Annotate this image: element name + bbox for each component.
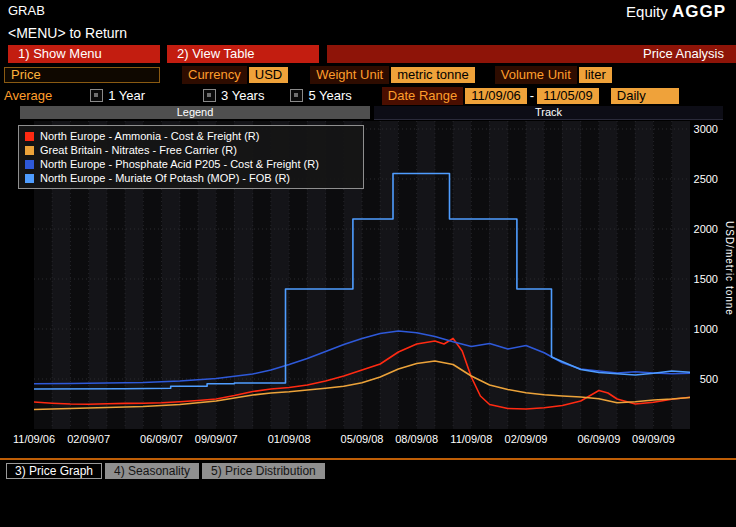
ticker-label: AGGP [672, 2, 726, 21]
bloomberg-terminal-window: GRAB Equity AGGP <MENU> to Return 1) Sho… [0, 0, 736, 527]
volume-unit-field[interactable]: liter [579, 67, 612, 83]
legend-swatch [25, 174, 34, 183]
equity-label: Equity [626, 3, 668, 20]
checkbox-icon [290, 89, 303, 102]
bottom-separator [0, 458, 736, 460]
view-table-button[interactable]: 2) View Table [167, 45, 319, 63]
range-controls-row: Average 1 Year 3 Years 5 Years Date Rang… [0, 87, 736, 104]
legend-swatch [25, 132, 34, 141]
menu-bar: 1) Show Menu 2) View Table Price Analysi… [0, 45, 736, 63]
period-label: 1 Year [108, 88, 145, 103]
tab-seasonality[interactable]: 4) Seasonality [105, 463, 199, 479]
checkbox-icon [203, 89, 216, 102]
tab-legend[interactable]: Legend [20, 106, 370, 119]
panel-tabs: Legend Track [0, 106, 736, 119]
period-checkbox-5-years[interactable]: 5 Years [290, 88, 351, 103]
bottom-tabs: 3) Price Graph 4) Seasonality 5) Price D… [6, 463, 328, 479]
show-menu-button[interactable]: 1) Show Menu [8, 45, 160, 63]
currency-label: Currency [182, 66, 247, 84]
price-dropdown[interactable]: Price [4, 67, 160, 83]
tab-price-graph[interactable]: 3) Price Graph [6, 463, 102, 479]
page-title: Price Analysis [327, 45, 736, 63]
date-from-field[interactable]: 11/09/06 [465, 88, 527, 104]
date-separator: - [530, 88, 534, 103]
period-label: 3 Years [221, 88, 264, 103]
legend-item: Great Britain - Nitrates - Free Carrier … [25, 143, 357, 157]
date-to-field[interactable]: 11/05/09 [537, 88, 599, 104]
legend-label: Great Britain - Nitrates - Free Carrier … [40, 144, 237, 156]
weight-unit-field[interactable]: metric tonne [391, 67, 475, 83]
legend-item: North Europe - Muriate Of Potash (MOP) -… [25, 171, 357, 185]
checkbox-icon [90, 89, 103, 102]
x-axis-labels: 11/09/0602/09/0706/09/0709/09/0701/09/08… [34, 433, 690, 449]
grab-label: GRAB [8, 3, 45, 18]
security-title: Equity AGGP [626, 2, 726, 22]
legend-swatch [25, 160, 34, 169]
period-label: 5 Years [308, 88, 351, 103]
legend-item: North Europe - Ammonia - Cost & Freight … [25, 129, 357, 143]
weight-unit-label: Weight Unit [310, 66, 389, 84]
period-checkbox-3-years[interactable]: 3 Years [203, 88, 264, 103]
average-label: Average [4, 88, 52, 103]
legend-label: North Europe - Phosphate Acid P205 - Cos… [40, 158, 319, 170]
legend-label: North Europe - Muriate Of Potash (MOP) -… [40, 172, 290, 184]
tab-track[interactable]: Track [374, 106, 723, 120]
currency-field[interactable]: USD [249, 67, 288, 83]
period-checkbox-1-year[interactable]: 1 Year [90, 88, 145, 103]
legend-label: North Europe - Ammonia - Cost & Freight … [40, 130, 259, 142]
price-chart-section: North Europe - Ammonia - Cost & Freight … [0, 121, 736, 451]
date-range-label: Date Range [382, 87, 463, 105]
chart-legend: North Europe - Ammonia - Cost & Freight … [18, 125, 364, 189]
tab-price-distribution[interactable]: 5) Price Distribution [202, 463, 325, 479]
y-axis-title: USD/metric tonne [724, 221, 735, 316]
y-axis-labels: 50010001500200025003000 [691, 121, 718, 429]
unit-controls-row: Price Currency USD Weight Unit metric to… [0, 66, 736, 84]
menu-return-hint: <MENU> to Return [8, 25, 127, 41]
legend-item: North Europe - Phosphate Acid P205 - Cos… [25, 157, 357, 171]
frequency-field[interactable]: Daily [611, 88, 679, 104]
volume-unit-label: Volume Unit [495, 66, 577, 84]
legend-swatch [25, 146, 34, 155]
